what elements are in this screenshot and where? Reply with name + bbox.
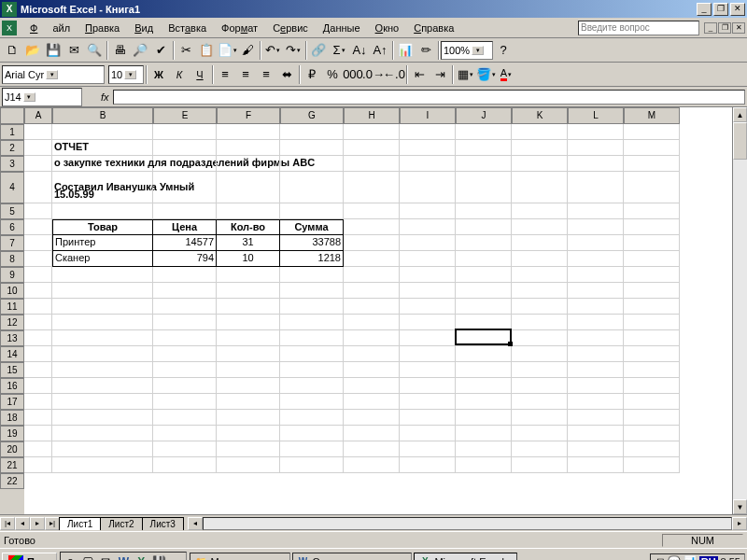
cell[interactable] [568,203,624,219]
row-header-19[interactable]: 19 [0,426,24,441]
cell[interactable] [568,219,624,235]
menu-format[interactable]: Формат [214,21,265,35]
cell[interactable] [568,156,624,172]
minimize-button[interactable]: _ [697,3,712,16]
cell[interactable] [400,362,456,378]
mdi-minimize-button[interactable]: _ [704,22,717,34]
row-header-21[interactable]: 21 [0,457,24,473]
cell[interactable] [456,362,512,378]
menu-insert[interactable]: Вставка [161,21,214,35]
bold-icon[interactable]: Ж [148,64,169,85]
cell[interactable] [512,235,568,251]
mail-icon[interactable]: ✉ [63,40,84,61]
taskbar-task-2[interactable]: WСоставление конс... [292,553,413,561]
cell[interactable] [217,299,280,315]
print-preview-icon[interactable]: 🔎 [130,40,150,61]
cell[interactable] [400,283,456,299]
cell[interactable] [568,441,624,457]
cell[interactable] [217,124,280,140]
cell[interactable] [280,188,344,203]
menu-edit[interactable]: Правка [78,21,127,35]
cell[interactable] [344,410,400,426]
cell[interactable] [280,441,344,457]
cell[interactable] [512,267,568,283]
format-painter-icon[interactable]: 🖌 [237,40,258,61]
cell[interactable] [280,315,344,330]
cell-B5[interactable]: 15.05.99 [52,188,153,203]
cell[interactable] [512,394,568,410]
cell[interactable] [512,410,568,426]
autosum-icon[interactable]: Σ [329,40,349,61]
cell-E7[interactable]: Цена [153,219,217,235]
mdi-restore-button[interactable]: ❐ [718,22,731,34]
cell[interactable] [624,299,680,315]
system-tray[interactable]: 🖥 💬 📊 RU 8:55 [650,553,745,560]
cell[interactable] [153,283,217,299]
increase-decimal-icon[interactable]: .0→ [363,64,384,85]
cell[interactable] [512,457,568,473]
save-icon[interactable]: 💾 [43,40,63,61]
cell[interactable] [456,140,512,156]
cell[interactable] [52,441,153,457]
tray-icon[interactable]: 📊 [684,555,697,560]
cell[interactable] [217,156,280,172]
row-header-10[interactable]: 10 [0,283,24,299]
cell[interactable] [400,441,456,457]
cell[interactable] [52,330,153,346]
ql-word-icon[interactable]: W [115,553,132,561]
align-center-icon[interactable]: ≡ [235,64,256,85]
cell[interactable] [624,267,680,283]
cell-G9[interactable]: 1218 [280,251,344,267]
tray-icon[interactable]: 🖥 [655,556,665,561]
cell[interactable] [217,188,280,203]
row-header-16[interactable]: 16 [0,378,24,394]
menu-file[interactable]: Файл [22,21,78,35]
cell[interactable] [24,251,52,267]
cell[interactable] [217,410,280,426]
cell[interactable] [456,124,512,140]
cell[interactable] [217,203,280,219]
undo-icon[interactable]: ↶ [262,40,283,61]
cut-icon[interactable]: ✂ [176,40,196,61]
cell[interactable] [400,140,456,156]
menu-data[interactable]: Данные [316,21,368,35]
name-box[interactable]: J14▾ [2,88,82,106]
cell[interactable] [400,315,456,330]
cell[interactable] [512,251,568,267]
cell[interactable] [280,410,344,426]
cell[interactable] [24,346,52,362]
cell[interactable] [344,124,400,140]
cell[interactable] [153,330,217,346]
tab-nav-last-icon[interactable]: ▸| [45,517,60,530]
cell[interactable] [24,219,52,235]
menu-view[interactable]: Вид [127,21,161,35]
cell[interactable] [217,346,280,362]
cell[interactable] [24,315,52,330]
cell[interactable] [217,457,280,473]
cell[interactable] [624,378,680,394]
start-button[interactable]: Пуск [2,553,57,561]
cell[interactable] [568,299,624,315]
cell[interactable] [624,346,680,362]
cell[interactable] [568,283,624,299]
underline-icon[interactable]: Ч [190,64,210,85]
menu-tools[interactable]: Сервис [265,21,316,35]
taskbar-task-1[interactable]: 📁Мои документы [190,553,289,561]
cell[interactable] [280,156,344,172]
column-header-H[interactable]: H [344,107,400,124]
cell[interactable] [568,124,624,140]
row-header-1[interactable]: 1 [0,124,24,140]
tab-nav-first-icon[interactable]: |◂ [0,517,15,530]
chart-wizard-icon[interactable]: 📊 [395,40,416,61]
cell[interactable] [456,457,512,473]
fx-icon[interactable]: fx [101,91,109,103]
font-name-combo[interactable]: Arial Cyr▾ [2,65,105,84]
cell[interactable] [280,426,344,441]
cell[interactable] [153,457,217,473]
cell[interactable] [568,330,624,346]
cell[interactable] [280,394,344,410]
column-header-J[interactable]: J [456,107,512,124]
cell[interactable] [568,426,624,441]
sheet-tab-3[interactable]: Лист3 [142,517,184,530]
cell[interactable] [344,267,400,283]
